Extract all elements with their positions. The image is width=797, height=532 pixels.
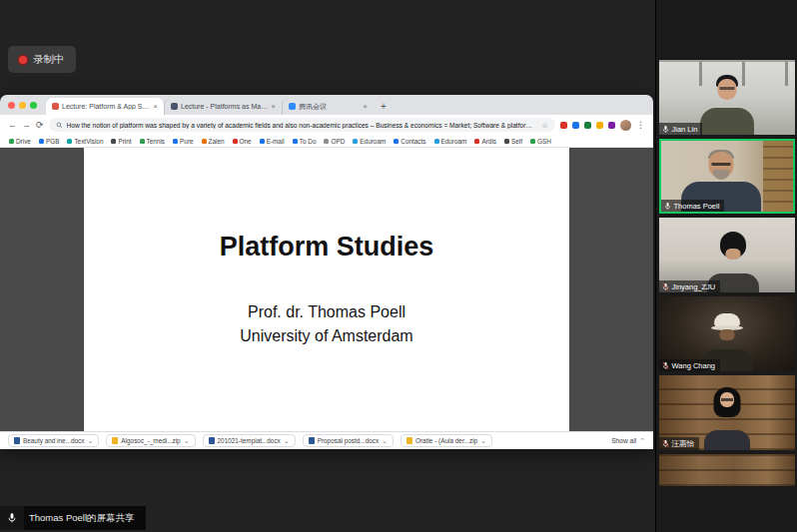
download-chip[interactable]: Oratie - (Aula der...zip⌄ xyxy=(400,434,492,447)
download-chip[interactable]: Algosoc_-_medi...zip⌄ xyxy=(106,434,195,447)
participant-tile-wang-chang[interactable]: Wang Chang xyxy=(659,296,795,371)
chevron-down-icon[interactable]: ⌄ xyxy=(87,437,93,444)
browser-tab-tencent-meeting[interactable]: 腾讯会议 × xyxy=(282,98,374,115)
recording-label: 录制中 xyxy=(33,53,65,67)
download-chip[interactable]: 201021-templat...docx⌄ xyxy=(203,434,296,447)
bookmark-label: OPD xyxy=(331,138,345,145)
download-chip[interactable]: Beauty and ine...docx⌄ xyxy=(8,434,99,447)
tab-favicon xyxy=(289,103,296,110)
bookmark-label: PGB xyxy=(46,138,60,145)
address-bar[interactable]: How the notion of platform was shaped by… xyxy=(49,118,555,132)
show-all-downloads-button[interactable]: Show all⌃ xyxy=(611,437,645,444)
extension-icon[interactable] xyxy=(596,122,603,129)
mic-on-icon xyxy=(661,125,670,134)
mic-muted-icon xyxy=(661,361,670,370)
downloads-bar: Beauty and ine...docx⌄ Algosoc_-_medi...… xyxy=(0,431,653,449)
extension-icon[interactable] xyxy=(608,122,615,129)
participant-video xyxy=(659,454,795,486)
window-minimize-button[interactable] xyxy=(19,102,26,109)
bookmark-label: TextVision xyxy=(74,138,103,145)
bookmark-item[interactable]: One xyxy=(233,138,252,145)
participant-nametag: Thomas Poell xyxy=(661,200,725,212)
bookmark-label: Eduroam xyxy=(441,138,467,145)
tab-favicon xyxy=(171,103,178,110)
bookmark-star-icon[interactable]: ☆ xyxy=(541,121,548,130)
mic-box xyxy=(0,506,24,530)
participant-tile-partial[interactable] xyxy=(659,454,795,486)
bookmark-item[interactable]: Zalen xyxy=(202,138,225,145)
bookmark-favicon xyxy=(140,139,145,144)
browser-tab-lecture-platform-app-studies[interactable]: Lecture: Platform & App Studies × xyxy=(46,98,164,115)
participant-nametag: Jinyang_ZJU xyxy=(659,280,721,292)
slide-subtitle-line1: Prof. dr. Thomas Poell xyxy=(248,300,405,323)
participant-tile-thomas-poell[interactable]: Thomas Poell xyxy=(659,139,795,214)
participant-tile-jinyang-zju[interactable]: Jinyang_ZJU xyxy=(659,218,795,292)
window-fullscreen-button[interactable] xyxy=(30,102,37,109)
address-text: How the notion of platform was shaped by… xyxy=(67,122,538,129)
bookmark-favicon xyxy=(173,139,178,144)
bookmark-favicon xyxy=(260,139,265,144)
chevron-down-icon[interactable]: ⌄ xyxy=(184,437,190,444)
reload-icon[interactable]: ⟳ xyxy=(36,121,44,130)
tab-close-icon[interactable]: × xyxy=(271,103,276,111)
bookmark-favicon xyxy=(434,139,439,144)
download-filename: Beauty and ine...docx xyxy=(23,437,84,444)
back-icon[interactable]: ← xyxy=(8,121,17,130)
bookmark-item[interactable]: Self xyxy=(504,138,522,145)
bookmark-item[interactable]: TextVision xyxy=(67,138,103,145)
bookmark-favicon xyxy=(353,139,358,144)
bookmark-item[interactable]: GSH xyxy=(530,138,551,145)
download-filename: Algosoc_-_medi...zip xyxy=(121,437,180,444)
bookmark-item[interactable]: E-mail xyxy=(260,138,285,145)
browser-content: Platform Studies Prof. dr. Thomas Poell … xyxy=(0,148,653,431)
profile-avatar[interactable] xyxy=(620,120,631,131)
bookmark-item[interactable]: Ardis xyxy=(474,138,496,145)
browser-tab-lecture-platforms-as-markets[interactable]: Lecture - Platforms as Markets × xyxy=(164,98,282,115)
bookmark-item[interactable]: Drive xyxy=(9,138,31,145)
bookmark-label: Contacts xyxy=(400,138,425,145)
download-chip[interactable]: Proposal postd...docx⌄ xyxy=(303,434,394,447)
tab-close-icon[interactable]: × xyxy=(153,103,158,111)
bookmark-item[interactable]: Tennis xyxy=(140,138,165,145)
recording-dot-icon xyxy=(19,56,27,64)
extension-icon[interactable] xyxy=(584,122,591,129)
bookmark-item[interactable]: PGB xyxy=(39,138,60,145)
shared-browser-window: Lecture: Platform & App Studies × Lectur… xyxy=(0,95,653,449)
window-close-button[interactable] xyxy=(8,102,15,109)
participant-tile-wang-huiyi[interactable]: 汪惠怡 xyxy=(659,375,795,450)
chevron-down-icon[interactable]: ⌄ xyxy=(480,437,486,444)
recording-indicator[interactable]: 录制中 xyxy=(8,46,76,73)
browser-menu-icon[interactable]: ⋮ xyxy=(636,120,645,130)
screen-share-stage: 录制中 Lecture: Platform & App Studies × Le… xyxy=(0,0,655,532)
participants-sidebar: Jian Lin Thomas Poell Jinyang_ZJU xyxy=(655,0,797,532)
bookmark-favicon xyxy=(39,139,44,144)
tab-title: 腾讯会议 xyxy=(299,102,360,112)
bookmark-item[interactable]: Print xyxy=(111,138,131,145)
participant-name: Thomas Poell xyxy=(674,202,720,211)
forward-icon[interactable]: → xyxy=(22,121,31,130)
bookmark-item[interactable]: Eduroam xyxy=(434,138,467,145)
extension-icon[interactable] xyxy=(572,122,579,129)
bookmark-favicon xyxy=(293,139,298,144)
bookmark-favicon xyxy=(9,139,14,144)
chevron-down-icon[interactable]: ⌄ xyxy=(382,437,388,444)
docx-file-icon xyxy=(209,437,215,444)
browser-toolbar: ← → ⟳ How the notion of platform was sha… xyxy=(0,115,653,135)
participant-nametag: Jian Lin xyxy=(659,123,703,135)
new-tab-button[interactable]: + xyxy=(377,99,391,114)
bookmark-item[interactable]: Eduroam xyxy=(353,138,386,145)
tab-close-icon[interactable]: × xyxy=(363,103,368,111)
bookmark-favicon xyxy=(504,139,509,144)
bookmark-label: Drive xyxy=(16,138,31,145)
bookmark-label: Print xyxy=(118,138,131,145)
extension-icon[interactable] xyxy=(560,122,567,129)
bookmark-item[interactable]: Contacts xyxy=(394,138,425,145)
participant-tile-jian-lin[interactable]: Jian Lin xyxy=(659,60,795,135)
mic-icon xyxy=(6,512,18,524)
participant-name: Jinyang_ZJU xyxy=(672,282,716,291)
download-filename: Proposal postd...docx xyxy=(318,437,379,444)
chevron-down-icon[interactable]: ⌄ xyxy=(284,437,290,444)
bookmark-item[interactable]: Pure xyxy=(173,138,194,145)
bookmark-item[interactable]: To Do xyxy=(293,138,317,145)
bookmark-item[interactable]: OPD xyxy=(324,138,345,145)
